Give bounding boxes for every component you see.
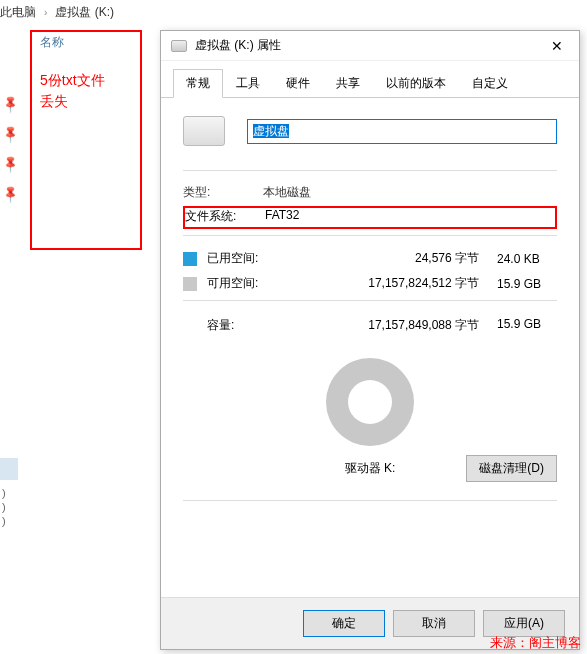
close-button[interactable]: ✕ bbox=[534, 31, 579, 61]
drive-name-input[interactable]: 虚拟盘 bbox=[247, 119, 557, 144]
separator bbox=[183, 170, 557, 171]
separator bbox=[183, 500, 557, 501]
free-space-human: 15.9 GB bbox=[497, 277, 557, 291]
separator bbox=[183, 235, 557, 236]
capacity-bytes: 17,157,849,088 字节 bbox=[275, 317, 497, 334]
tab-general[interactable]: 常规 bbox=[173, 69, 223, 98]
separator bbox=[183, 300, 557, 301]
free-space-label: 可用空间: bbox=[207, 275, 277, 292]
used-space-human: 24.0 KB bbox=[497, 252, 557, 266]
capacity-human: 15.9 GB bbox=[497, 317, 557, 334]
free-space-bytes: 17,157,824,512 字节 bbox=[277, 275, 497, 292]
breadcrumb-item[interactable]: 此电脑 bbox=[0, 4, 36, 21]
tab-custom[interactable]: 自定义 bbox=[459, 69, 521, 98]
capacity-label: 容量: bbox=[183, 317, 275, 334]
dialog-title: 虚拟盘 (K:) 属性 bbox=[195, 37, 534, 54]
quick-access-pins: 📌 📌 📌 📌 bbox=[0, 95, 18, 215]
tab-previous-versions[interactable]: 以前的版本 bbox=[373, 69, 459, 98]
disk-cleanup-button[interactable]: 磁盘清理(D) bbox=[466, 455, 557, 482]
used-space-bytes: 24,576 字节 bbox=[277, 250, 497, 267]
type-label: 类型: bbox=[183, 184, 263, 201]
type-value: 本地磁盘 bbox=[263, 184, 311, 201]
used-swatch bbox=[183, 252, 197, 266]
nav-selection bbox=[0, 458, 18, 480]
chevron-right-icon: › bbox=[44, 7, 47, 18]
breadcrumb-item[interactable]: 虚拟盘 (K:) bbox=[55, 4, 114, 21]
used-space-label: 已用空间: bbox=[207, 250, 277, 267]
filesystem-value: FAT32 bbox=[265, 208, 299, 225]
tab-strip: 常规 工具 硬件 共享 以前的版本 自定义 bbox=[161, 61, 579, 98]
tab-tools[interactable]: 工具 bbox=[223, 69, 273, 98]
drive-icon-large bbox=[183, 116, 225, 146]
ok-button[interactable]: 确定 bbox=[303, 610, 385, 637]
cancel-button[interactable]: 取消 bbox=[393, 610, 475, 637]
filesystem-label: 文件系统: bbox=[185, 208, 265, 225]
tab-hardware[interactable]: 硬件 bbox=[273, 69, 323, 98]
apply-button[interactable]: 应用(A) bbox=[483, 610, 565, 637]
drive-icon bbox=[171, 40, 187, 52]
filesystem-highlight: 文件系统: FAT32 bbox=[183, 206, 557, 229]
properties-dialog: 虚拟盘 (K:) 属性 ✕ 常规 工具 硬件 共享 以前的版本 自定义 虚拟盘 … bbox=[160, 30, 580, 650]
annotation-text: 5份txt文件 丢失 bbox=[40, 70, 105, 112]
watermark: 来源：阁主博客 bbox=[490, 634, 581, 652]
tab-panel-general: 虚拟盘 类型: 本地磁盘 文件系统: FAT32 已用空间: 24,576 字节… bbox=[161, 98, 579, 597]
tab-sharing[interactable]: 共享 bbox=[323, 69, 373, 98]
nav-collapsed-items: ))) bbox=[2, 486, 6, 528]
titlebar[interactable]: 虚拟盘 (K:) 属性 ✕ bbox=[161, 31, 579, 61]
usage-pie-chart bbox=[326, 358, 414, 446]
annotation-box bbox=[30, 30, 142, 250]
free-swatch bbox=[183, 277, 197, 291]
